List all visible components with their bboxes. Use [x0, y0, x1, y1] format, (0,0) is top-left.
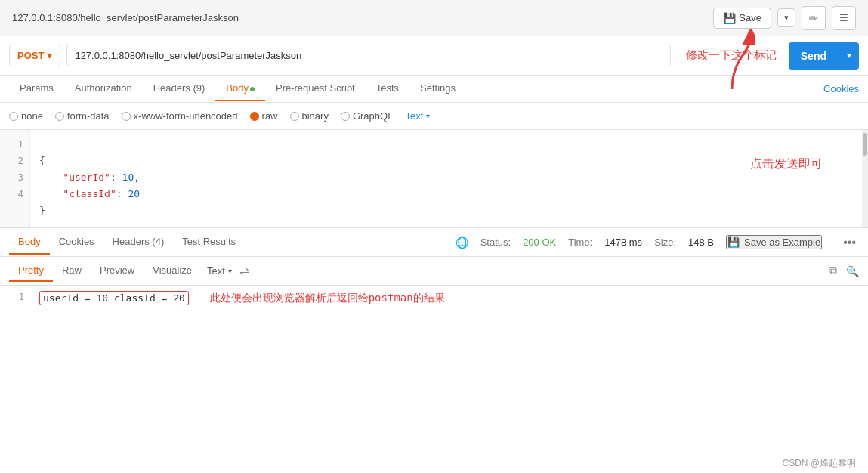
response-subtabs: Pretty Raw Preview Visualize Text ▾ ⇌ ⧉ …: [0, 257, 868, 286]
edit-button[interactable]: ✏: [802, 6, 826, 30]
method-label: POST: [17, 50, 44, 61]
send-button[interactable]: Send ▾: [789, 42, 859, 70]
save-example-label: Save as Example: [744, 236, 820, 248]
globe-icon: 🌐: [456, 236, 468, 249]
scrollbar-thumb: [863, 133, 867, 156]
code-body[interactable]: { "userId": 10, "classId": 20 }: [30, 130, 862, 227]
option-urlencoded[interactable]: x-www-form-urlencoded: [122, 110, 238, 122]
more-options-button[interactable]: •••: [840, 236, 859, 249]
option-graphql[interactable]: GraphQL: [341, 110, 393, 122]
top-bar: 127.0.0.1:8080/hello_servlet/postParamet…: [0, 0, 868, 36]
save-as-example-button[interactable]: 💾 Save as Example: [726, 235, 822, 249]
tab-headers[interactable]: Headers (9): [143, 76, 216, 101]
response-line-num: 1: [0, 292, 30, 325]
window-title: 127.0.0.1:8080/hello_servlet/postParamet…: [12, 12, 713, 23]
tab-authorization[interactable]: Authorization: [64, 76, 143, 101]
tab-params[interactable]: Params: [9, 76, 64, 101]
radio-raw-icon: [250, 112, 259, 121]
floppy-icon: 💾: [723, 12, 736, 24]
copy-icon[interactable]: ⧉: [829, 264, 837, 277]
floppy-small-icon: 💾: [727, 236, 740, 248]
request-tabs: Params Authorization Headers (9) Body Pr…: [0, 76, 868, 103]
subtab-preview[interactable]: Preview: [91, 260, 144, 282]
response-tab-headers[interactable]: Headers (4): [103, 230, 174, 255]
line-num-1: 1: [0, 136, 23, 153]
csdn-watermark: CSDN @烽起黎明: [770, 454, 868, 473]
response-code-box: userId = 10 classId = 20: [39, 291, 189, 305]
body-active-dot: [250, 87, 255, 91]
response-code-area: 1 userId = 10 classId = 20 此处便会出现浏览器解析后返…: [0, 286, 868, 331]
response-code-content[interactable]: userId = 10 classId = 20 此处便会出现浏览器解析后返回给…: [30, 292, 868, 325]
chevron-down-icon: ▾: [784, 13, 789, 22]
response-tabs: Body Cookies Headers (4) Test Results 🌐 …: [0, 228, 868, 257]
editor-scrollbar[interactable]: [862, 130, 868, 227]
line-num-2: 2: [0, 153, 23, 169]
option-none[interactable]: none: [9, 110, 43, 122]
text-format-dropdown[interactable]: Text ▾: [405, 110, 430, 122]
response-status-bar: 🌐 Status: 200 OK Time: 1478 ms Size: 148…: [456, 235, 859, 249]
tab-body[interactable]: Body: [215, 76, 265, 101]
text-chevron-icon: ▾: [426, 112, 430, 120]
search-icon[interactable]: 🔍: [846, 265, 859, 277]
line-num-4: 4: [0, 186, 23, 202]
response-text-dropdown[interactable]: Text ▾: [207, 265, 232, 277]
radio-none-icon: [9, 112, 18, 121]
cookies-link[interactable]: Cookies: [823, 83, 859, 94]
save-button[interactable]: 💾 Save: [713, 8, 771, 29]
subtab-visualize[interactable]: Visualize: [144, 260, 201, 282]
send-label: Send: [789, 50, 839, 62]
radio-binary-icon: [290, 112, 299, 121]
response-right-icons: ⧉ 🔍: [829, 264, 859, 277]
click-annotation: 点击发送即可: [750, 156, 823, 172]
option-raw[interactable]: raw: [250, 110, 278, 122]
url-bar: POST ▾ 修改一下这个标记 Send ▾: [0, 36, 868, 76]
line-numbers: 1 2 3 4: [0, 130, 30, 227]
comment-button[interactable]: ☰: [832, 6, 856, 30]
subtab-pretty[interactable]: Pretty: [9, 260, 53, 282]
option-form-data[interactable]: form-data: [55, 110, 110, 122]
text-format-chevron-icon: ▾: [228, 267, 232, 275]
radio-graphql-icon: [341, 112, 350, 121]
comment-icon: ☰: [839, 12, 848, 23]
tab-tests[interactable]: Tests: [366, 76, 409, 101]
pencil-icon: ✏: [809, 12, 818, 24]
save-dropdown-button[interactable]: ▾: [777, 8, 795, 27]
option-binary[interactable]: binary: [290, 110, 329, 122]
subtab-raw[interactable]: Raw: [53, 260, 91, 282]
code-editor: 1 2 3 4 { "userId": 10, "classId": 20 } …: [0, 130, 868, 228]
filter-icon[interactable]: ⇌: [239, 264, 249, 278]
tab-pre-request[interactable]: Pre-request Script: [265, 76, 366, 101]
url-input[interactable]: [66, 45, 670, 66]
line-num-3: 3: [0, 169, 23, 186]
radio-form-data-icon: [55, 112, 64, 121]
radio-urlencoded-icon: [122, 112, 131, 121]
response-section: Body Cookies Headers (4) Test Results 🌐 …: [0, 228, 868, 331]
top-bar-actions: 💾 Save ▾ ✏ ☰: [713, 6, 856, 30]
method-select[interactable]: POST ▾: [9, 45, 60, 66]
save-label: Save: [739, 12, 761, 23]
url-annotation: 修改一下这个标记: [686, 48, 777, 63]
response-tab-body[interactable]: Body: [9, 230, 50, 255]
method-chevron-icon: ▾: [47, 50, 52, 61]
response-annotation: 此处便会出现浏览器解析后返回给postman的结果: [210, 292, 445, 304]
tab-settings[interactable]: Settings: [409, 76, 466, 101]
send-chevron-icon: ▾: [839, 51, 859, 60]
response-tab-test-results[interactable]: Test Results: [173, 230, 245, 255]
body-options: none form-data x-www-form-urlencoded raw…: [0, 103, 868, 130]
response-tab-cookies[interactable]: Cookies: [50, 230, 103, 255]
